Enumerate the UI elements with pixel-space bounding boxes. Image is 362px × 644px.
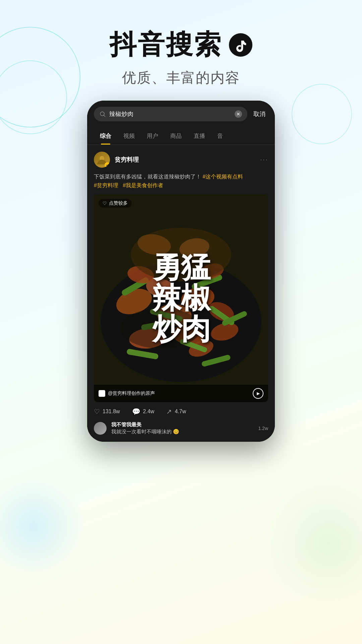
user-card: 贫穷料理 ··· [94, 152, 268, 168]
app-subtitle: 优质、丰富的内容 [0, 68, 362, 87]
tab-product[interactable]: 商品 [164, 127, 188, 145]
tab-audio[interactable]: 音 [211, 127, 229, 145]
verified-badge [105, 162, 110, 168]
tiktok-audio-icon [100, 391, 104, 396]
video-thumbnail[interactable]: 勇猛辣椒炒肉 ♡ 点赞较多 [94, 194, 268, 402]
cancel-button[interactable]: 取消 [251, 110, 268, 118]
more-options-icon[interactable]: ··· [260, 155, 268, 164]
play-button[interactable]: ▶ [253, 388, 263, 399]
header-section: 抖音搜索 优质、丰富的内容 [0, 0, 362, 101]
bg-blob-right [261, 476, 362, 610]
search-icon [99, 111, 106, 117]
heart-icon: ♡ [103, 201, 107, 206]
phone-mockup-container: 辣椒炒肉 ✕ 取消 综合 视频 用户 商品 直播 音 [0, 101, 362, 442]
search-input-area[interactable]: 辣椒炒肉 ✕ [94, 107, 247, 121]
tab-user[interactable]: 用户 [141, 127, 164, 145]
video-overlay-text: 勇猛辣椒炒肉 [94, 194, 268, 402]
comment-stat-icon: 💬 [132, 408, 140, 416]
hashtag-1[interactable]: #这个视频有点料 [202, 174, 243, 179]
popular-badge: ♡ 点赞较多 [99, 199, 132, 208]
video-food-background: 勇猛辣椒炒肉 ♡ 点赞较多 [94, 194, 268, 402]
user-avatar [94, 152, 110, 168]
title-text: 抖音搜索 [110, 27, 222, 63]
audio-text: @贫穷料理创作的原声 [108, 390, 155, 396]
shares-count: 4.7w [175, 409, 186, 415]
comments-stat[interactable]: 💬 2.4w [132, 408, 155, 416]
verified-icon [106, 163, 109, 167]
engagement-bar: ♡ 131.8w 💬 2.4w ↗ 4.7w [94, 402, 268, 416]
phone-mockup: 辣椒炒肉 ✕ 取消 综合 视频 用户 商品 直播 音 [87, 101, 275, 442]
tab-comprehensive[interactable]: 综合 [94, 127, 117, 145]
likes-count: 131.8w [103, 409, 120, 415]
likes-stat[interactable]: ♡ 131.8w [94, 408, 120, 416]
video-title-text: 勇猛辣椒炒肉 [152, 252, 210, 345]
shares-stat[interactable]: ↗ 4.7w [166, 408, 186, 416]
popular-text: 点赞较多 [109, 200, 128, 206]
clear-search-button[interactable]: ✕ [235, 110, 242, 118]
tabs-bar: 综合 视频 用户 商品 直播 音 [87, 127, 275, 145]
post-description: 下饭菜到底有多凶猛，就看这道辣椒炒肉了！ #这个视频有点料 #贫穷料理 #我是美… [94, 172, 268, 190]
user-name[interactable]: 贫穷料理 [115, 156, 260, 164]
hashtag-2[interactable]: #贫穷料理 [94, 182, 118, 188]
commenter-name: 我不管我最美 [111, 422, 253, 428]
search-query-text: 辣椒炒肉 [109, 110, 231, 118]
comment-text-area: 我不管我最美 我就没一次看时不咽唾沫的 😊 [111, 422, 253, 435]
audio-info: @贫穷料理创作的原声 [99, 390, 155, 397]
comment-preview: 我不管我最美 我就没一次看时不咽唾沫的 😊 1.2w [94, 422, 268, 435]
tiktok-logo-icon [233, 38, 248, 53]
bg-blob-left [0, 476, 84, 577]
commenter-avatar [94, 422, 107, 435]
comment-body: 我就没一次看时不咽唾沫的 😊 [111, 429, 253, 435]
heart-stat-icon: ♡ [94, 408, 100, 416]
tab-live[interactable]: 直播 [188, 127, 211, 145]
content-area: 贫穷料理 ··· 下饭菜到底有多凶猛，就看这道辣椒炒肉了！ #这个视频有点料 #… [87, 145, 275, 442]
search-bar: 辣椒炒肉 ✕ 取消 [87, 101, 275, 127]
hashtag-3[interactable]: #我是美食创作者 [123, 182, 163, 188]
tiktok-logo-badge [229, 33, 252, 57]
share-stat-icon: ↗ [166, 408, 172, 416]
comment-like-count: 1.2w [258, 426, 268, 431]
tab-video[interactable]: 视频 [117, 127, 141, 145]
tiktok-mini-icon [99, 390, 105, 397]
audio-bar: @贫穷料理创作的原声 ▶ [94, 385, 268, 402]
app-title: 抖音搜索 [0, 27, 362, 63]
comments-count: 2.4w [143, 409, 155, 415]
